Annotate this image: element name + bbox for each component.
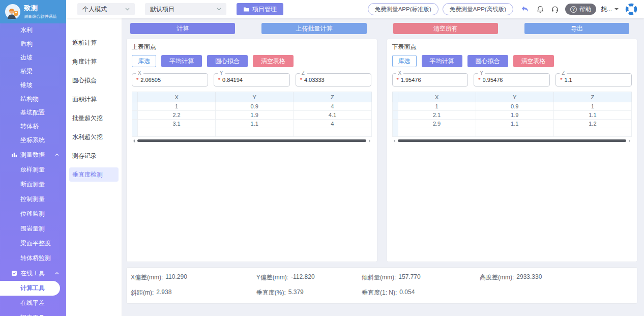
sidebar-item[interactable]: 围岩量测 (0, 221, 66, 236)
circle-fit-button[interactable]: 圆心拟合 (467, 55, 508, 67)
z-field[interactable]: Z * (555, 73, 632, 87)
sidebar-item[interactable]: 放样测量 (0, 162, 66, 177)
table-cell[interactable]: 0.9 (216, 102, 294, 111)
z-input[interactable] (304, 77, 367, 83)
table-cell[interactable]: 3.1 (138, 120, 216, 128)
sidebar-section-header[interactable]: 测量数据 (0, 147, 66, 162)
sidebar-item[interactable]: 桥梁 (0, 65, 66, 78)
submenu-item[interactable]: 批量超欠挖 (69, 111, 119, 125)
export-button[interactable]: 导出 (524, 23, 629, 34)
sidebar-item[interactable]: 位移监测 (0, 207, 66, 221)
sidebar-item[interactable]: 锥坡 (0, 78, 66, 92)
scrollbar-thumb[interactable] (137, 139, 366, 142)
sidebar-item[interactable]: 转体桥监测 (0, 251, 66, 266)
col-header-z[interactable]: Z (553, 92, 631, 102)
table-cell[interactable]: 1 (398, 102, 476, 111)
table-cell[interactable]: 1.9 (216, 111, 294, 120)
sidebar-item[interactable]: 坐标系统 (0, 133, 66, 147)
scrollbar-thumb[interactable] (398, 139, 627, 142)
col-header-x[interactable]: X (398, 92, 476, 102)
free-app-offline-button[interactable]: 免费测量APP(离线版) (443, 3, 513, 15)
average-calc-button[interactable]: 平均计算 (161, 55, 202, 67)
row-handle-cell[interactable] (132, 111, 138, 120)
table-cell[interactable]: 1 (138, 102, 216, 111)
calculate-button[interactable]: 计算 (130, 23, 235, 34)
table-cell[interactable] (216, 128, 294, 137)
row-handle-cell[interactable] (392, 102, 398, 111)
table-cell[interactable]: 1.1 (216, 120, 294, 128)
sidebar-item[interactable]: 基坑配置 (0, 106, 66, 120)
submenu-item[interactable]: 角度计算 (69, 54, 119, 69)
submenu-item-active[interactable]: 垂直度检测 (69, 167, 119, 182)
table-cell[interactable] (398, 128, 476, 137)
library-select-button[interactable]: 库选 (132, 55, 156, 67)
row-handle-cell[interactable] (392, 128, 398, 137)
x-field[interactable]: X * (392, 73, 469, 87)
clear-all-button[interactable]: 清空所有 (393, 23, 498, 34)
sidebar-item[interactable]: 报表工具 (0, 310, 66, 316)
sidebar-item-active[interactable]: 计算工具 (0, 281, 60, 296)
support-button[interactable] (551, 6, 559, 13)
table-cell[interactable]: 4.1 (294, 111, 371, 120)
x-field[interactable]: X * (132, 73, 208, 87)
user-avatar[interactable] (625, 3, 638, 16)
table-cell[interactable] (138, 128, 216, 137)
undo-button[interactable] (521, 6, 529, 13)
table-cell[interactable] (476, 128, 553, 137)
submenu-item[interactable]: 水利超欠挖 (69, 130, 119, 144)
sidebar-item[interactable]: 结构物 (0, 92, 66, 106)
notifications-button[interactable] (537, 6, 544, 13)
row-handle-cell[interactable] (392, 111, 398, 120)
free-app-standard-button[interactable]: 免费测量APP(标准版) (368, 3, 438, 15)
col-header-z[interactable]: Z (294, 92, 371, 102)
table-cell[interactable]: 1.2 (553, 120, 631, 128)
sidebar-item[interactable]: 水利 (0, 23, 66, 37)
row-handle-cell[interactable] (132, 120, 138, 128)
y-input[interactable] (222, 77, 285, 83)
table-cell[interactable]: 4 (294, 102, 371, 111)
submenu-item[interactable]: 圆心拟合 (69, 73, 119, 88)
sidebar-section-header[interactable]: 在线工具 (0, 266, 66, 281)
col-header-y[interactable]: Y (476, 92, 553, 102)
submenu-item[interactable]: 测存记录 (69, 149, 119, 163)
z-field[interactable]: Z * (296, 73, 372, 87)
table-cell[interactable]: 2.9 (398, 120, 476, 128)
scroll-left-icon[interactable] (132, 139, 135, 142)
sidebar-item[interactable]: 边坡 (0, 51, 66, 65)
scroll-right-icon[interactable] (369, 139, 372, 142)
table-cell[interactable]: 2.2 (138, 111, 216, 120)
scroll-left-icon[interactable] (392, 139, 395, 142)
table-cell[interactable]: 1.1 (476, 120, 553, 128)
library-select-button[interactable]: 库选 (392, 55, 417, 67)
table-cell[interactable]: 0.9 (476, 102, 553, 111)
sidebar-item[interactable]: 梁面平整度 (0, 236, 66, 251)
circle-fit-button[interactable]: 圆心拟合 (207, 55, 248, 67)
sidebar-item[interactable]: 控制测量 (0, 192, 66, 207)
scroll-right-icon[interactable] (629, 139, 632, 142)
col-header-x[interactable]: X (138, 92, 216, 102)
table-cell[interactable] (553, 128, 631, 137)
y-input[interactable] (483, 77, 546, 83)
sidebar-item[interactable]: 转体桥 (0, 120, 66, 133)
submenu-item[interactable]: 逐桩计算 (69, 36, 119, 50)
y-field[interactable]: Y * (214, 73, 290, 87)
col-header-y[interactable]: Y (216, 92, 294, 102)
sidebar-item[interactable]: 断面测量 (0, 177, 66, 192)
sidebar-item[interactable]: 盾构 (0, 37, 66, 51)
clear-table-button[interactable]: 清空表格 (253, 55, 294, 67)
sidebar-item[interactable]: 在线平差 (0, 296, 66, 310)
upload-batch-button[interactable]: 上传批量计算 (261, 23, 366, 34)
x-input[interactable] (140, 77, 203, 83)
scrollbar-track[interactable] (137, 139, 366, 142)
scrollbar-track[interactable] (398, 139, 627, 142)
row-handle-cell[interactable] (392, 120, 398, 128)
table-cell[interactable]: 1 (553, 102, 631, 111)
table-cell[interactable]: 1.9 (476, 111, 553, 120)
table-cell[interactable]: 1.1 (553, 111, 631, 120)
project-manage-button[interactable]: 项目管理 (237, 3, 283, 15)
x-input[interactable] (401, 77, 464, 83)
submenu-item[interactable]: 面积计算 (69, 92, 119, 106)
average-calc-button[interactable]: 平均计算 (422, 55, 462, 67)
help-button[interactable]: ? 帮助 (565, 4, 596, 15)
z-input[interactable] (564, 77, 627, 83)
